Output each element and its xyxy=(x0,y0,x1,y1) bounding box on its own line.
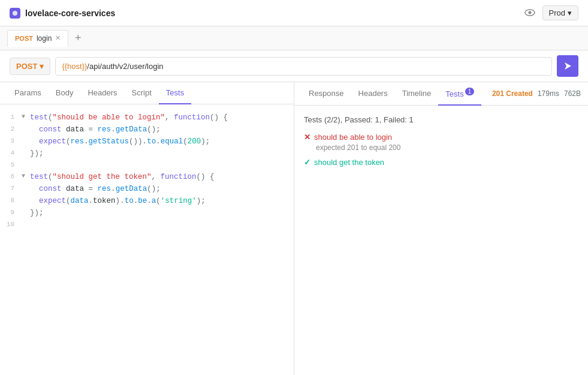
test-pass-name: should get the token xyxy=(314,158,384,167)
status-code: 201 Created xyxy=(492,89,533,98)
tab-body[interactable]: Body xyxy=(49,82,81,104)
code-line-3: 3 expect(res.getStatus()).to.equal(200); xyxy=(0,136,294,148)
tab-label: login xyxy=(37,34,52,43)
request-tab-post-login[interactable]: POST login ✕ xyxy=(7,30,68,47)
tab-params[interactable]: Params xyxy=(7,82,49,104)
method-select[interactable]: POST ▾ xyxy=(10,58,50,75)
right-panel: Response Headers Timeline Tests1 201 Cre… xyxy=(294,82,588,375)
svg-point-0 xyxy=(13,11,17,16)
method-label: POST xyxy=(16,62,37,71)
url-path: /api/auth/v2/user/login xyxy=(87,62,163,71)
top-bar: lovelace-core-services Prod ▾ xyxy=(0,0,588,26)
code-line-5: 5 xyxy=(0,160,294,171)
test-item-fail: ✕ should be able to login expected 201 t… xyxy=(304,133,578,152)
status-info: 201 Created 179ms 762B xyxy=(492,89,581,98)
code-line-8: 8 expect(data.token).to.be.a('string'); xyxy=(0,195,294,207)
code-line-10: 10 xyxy=(0,219,294,230)
right-panel-tabs: Response Headers Timeline Tests1 201 Cre… xyxy=(294,82,588,106)
test-fail-detail: expected 201 to equal 200 xyxy=(316,143,578,152)
top-bar-right: Prod ▾ xyxy=(524,5,578,20)
code-line-9: 9 }); xyxy=(0,207,294,219)
add-tab-button[interactable]: + xyxy=(71,31,85,46)
fail-icon: ✕ xyxy=(304,133,310,142)
code-line-1: 1 ▼ test("should be able to login", func… xyxy=(0,112,294,124)
test-results-panel: Tests (2/2), Passed: 1, Failed: 1 ✕ shou… xyxy=(294,106,588,182)
main-content: Params Body Headers Script Tests 1 ▼ tes… xyxy=(0,82,588,375)
svg-marker-3 xyxy=(565,62,571,70)
code-line-7: 7 const data = res.getData(); xyxy=(0,183,294,195)
url-bar: POST ▾ {{host}}/api/auth/v2/user/login xyxy=(0,50,588,82)
tab-tests-results[interactable]: Tests1 xyxy=(438,82,481,106)
tab-tests[interactable]: Tests xyxy=(159,82,191,104)
tab-headers-response[interactable]: Headers xyxy=(351,83,395,105)
app-icon xyxy=(10,8,20,19)
tab-method-badge: POST xyxy=(15,35,33,42)
eye-icon[interactable] xyxy=(524,8,535,19)
env-dropdown-button[interactable]: Prod ▾ xyxy=(542,5,578,20)
tests-badge: 1 xyxy=(465,88,475,95)
test-fail-name: should be able to login xyxy=(314,133,392,142)
left-panel-tabs: Params Body Headers Script Tests xyxy=(0,82,294,104)
response-time: 179ms xyxy=(538,89,559,98)
test-fail-label: ✕ should be able to login xyxy=(304,133,578,142)
method-dropdown-icon: ▾ xyxy=(40,62,44,71)
left-panel: Params Body Headers Script Tests 1 ▼ tes… xyxy=(0,82,294,375)
code-editor[interactable]: 1 ▼ test("should be able to login", func… xyxy=(0,104,294,375)
url-display[interactable]: {{host}}/api/auth/v2/user/login xyxy=(55,57,552,76)
code-line-4: 4 }); xyxy=(0,148,294,160)
response-size: 762B xyxy=(564,89,581,98)
tab-bar: POST login ✕ + xyxy=(0,26,588,50)
tab-script[interactable]: Script xyxy=(125,82,159,104)
pass-icon: ✓ xyxy=(304,158,310,167)
svg-point-2 xyxy=(528,11,531,14)
tab-headers[interactable]: Headers xyxy=(80,82,124,104)
app-title: lovelace-core-services xyxy=(25,8,115,18)
tab-timeline[interactable]: Timeline xyxy=(395,83,439,105)
tab-close-button[interactable]: ✕ xyxy=(55,34,61,42)
code-line-6: 6 ▼ test("should get the token", functio… xyxy=(0,171,294,183)
tab-response[interactable]: Response xyxy=(301,83,351,105)
url-host-var: {{host}} xyxy=(62,62,87,71)
code-line-2: 2 const data = res.getData(); xyxy=(0,124,294,136)
test-pass-label: ✓ should get the token xyxy=(304,158,578,167)
test-summary: Tests (2/2), Passed: 1, Failed: 1 xyxy=(304,115,578,124)
send-button[interactable] xyxy=(557,55,578,77)
top-bar-left: lovelace-core-services xyxy=(10,8,115,19)
test-item-pass: ✓ should get the token xyxy=(304,158,578,167)
